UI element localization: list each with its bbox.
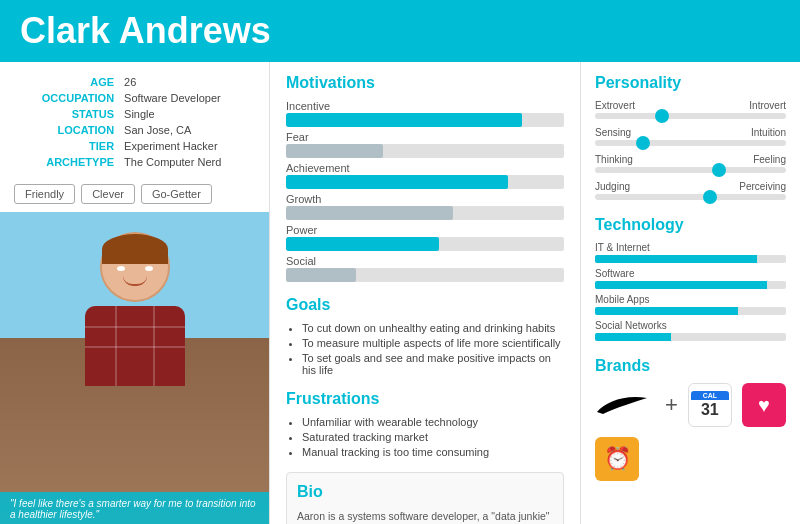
bar-track (286, 175, 564, 189)
occupation-label: OCCUPATION (14, 90, 122, 106)
tech-label: Social Networks (595, 320, 786, 331)
bar-fill (286, 237, 439, 251)
tag-gogetter: Go-Getter (141, 184, 212, 204)
motivation-bar-row: Achievement (286, 162, 564, 189)
tech-label: Mobile Apps (595, 294, 786, 305)
personality-trait-row: Thinking Feeling (595, 154, 786, 173)
archetype-label: ARCHETYPE (14, 154, 122, 170)
brand-icons: + CAL 31 ♥ ⏰ (595, 383, 786, 481)
brand-plus-icon: + (665, 392, 678, 418)
header: Clark Andrews (0, 0, 800, 62)
page-title: Clark Andrews (20, 10, 780, 52)
bar-fill (286, 113, 522, 127)
trait-right: Intuition (751, 127, 786, 138)
motivation-bar-row: Incentive (286, 100, 564, 127)
occupation-value: Software Developer (122, 90, 255, 106)
tag-friendly: Friendly (14, 184, 75, 204)
age-value: 26 (122, 74, 255, 90)
tier-value: Experiment Hacker (122, 138, 255, 154)
bar-fill (286, 175, 508, 189)
personality-trait-row: Extrovert Introvert (595, 100, 786, 119)
trait-left: Sensing (595, 127, 631, 138)
motivation-bar-row: Fear (286, 131, 564, 158)
motivations-bars: Incentive Fear Achievement Growth Power (286, 100, 564, 282)
technology-bar-row: Software (595, 268, 786, 289)
motivations-section: Motivations Incentive Fear Achievement G… (286, 74, 564, 282)
location-value: San Jose, CA (122, 122, 255, 138)
profile-info: AGE 26 OCCUPATION Software Developer STA… (0, 62, 269, 178)
right-panel: Personality Extrovert Introvert Sensing … (580, 62, 800, 524)
technology-bar-row: Social Networks (595, 320, 786, 341)
motivations-title: Motivations (286, 74, 564, 92)
bar-label: Fear (286, 131, 564, 143)
archetype-value: The Computer Nerd (122, 154, 255, 170)
brand-nike-icon (595, 390, 655, 420)
tier-row: TIER Experiment Hacker (14, 138, 255, 154)
slider-indicator (655, 109, 669, 123)
bar-track (286, 268, 564, 282)
avatar: "I feel like there's a smarter way for m… (0, 212, 269, 524)
brands-section: Brands + CAL 31 ♥ (595, 357, 786, 481)
bar-track (286, 113, 564, 127)
motivation-bar-row: Growth (286, 193, 564, 220)
frustration-item: Saturated tracking market (302, 431, 564, 443)
bio-text: Aaron is a systems software developer, a… (297, 509, 553, 524)
tech-bar-fill (595, 255, 757, 263)
technology-bar-row: Mobile Apps (595, 294, 786, 315)
age-row: AGE 26 (14, 74, 255, 90)
motivation-bar-row: Power (286, 224, 564, 251)
occupation-row: OCCUPATION Software Developer (14, 90, 255, 106)
bar-label: Power (286, 224, 564, 236)
slider-track (595, 140, 786, 146)
bar-label: Social (286, 255, 564, 267)
status-label: STATUS (14, 106, 122, 122)
bio-section: Bio Aaron is a systems software develope… (286, 472, 564, 524)
avatar-quote: "I feel like there's a smarter way for m… (0, 492, 269, 524)
technology-bar-row: IT & Internet (595, 242, 786, 263)
tech-label: Software (595, 268, 786, 279)
slider-indicator (712, 163, 726, 177)
bar-label: Growth (286, 193, 564, 205)
bar-track (286, 144, 564, 158)
slider-labels: Judging Perceiving (595, 181, 786, 192)
left-panel: AGE 26 OCCUPATION Software Developer STA… (0, 62, 270, 524)
technology-section: Technology IT & Internet Software Mobile… (595, 216, 786, 341)
slider-track (595, 194, 786, 200)
status-row: STATUS Single (14, 106, 255, 122)
slider-track (595, 167, 786, 173)
frustrations-section: Frustrations Unfamiliar with wearable te… (286, 390, 564, 458)
tech-bar-track (595, 333, 786, 341)
goal-item: To set goals and see and make positive i… (302, 352, 564, 376)
brand-health-icon: ♥ (742, 383, 786, 427)
bar-label: Incentive (286, 100, 564, 112)
motivation-bar-row: Social (286, 255, 564, 282)
personality-trait-row: Sensing Intuition (595, 127, 786, 146)
slider-indicator (703, 190, 717, 204)
tier-label: TIER (14, 138, 122, 154)
tech-bar-track (595, 307, 786, 315)
brands-title: Brands (595, 357, 786, 375)
frustration-item: Manual tracking is too time consuming (302, 446, 564, 458)
tags-container: Friendly Clever Go-Getter (0, 178, 269, 212)
frustration-item: Unfamiliar with wearable technology (302, 416, 564, 428)
tech-bar-track (595, 281, 786, 289)
personality-trait-row: Judging Perceiving (595, 181, 786, 200)
trait-left: Thinking (595, 154, 633, 165)
bar-track (286, 206, 564, 220)
goals-section: Goals To cut down on unhealthy eating an… (286, 296, 564, 376)
goals-title: Goals (286, 296, 564, 314)
archetype-row: ARCHETYPE The Computer Nerd (14, 154, 255, 170)
slider-labels: Thinking Feeling (595, 154, 786, 165)
bar-fill (286, 206, 453, 220)
tag-clever: Clever (81, 184, 135, 204)
tech-bar-fill (595, 307, 738, 315)
slider-labels: Extrovert Introvert (595, 100, 786, 111)
slider-track (595, 113, 786, 119)
trait-right: Perceiving (739, 181, 786, 192)
technology-bars: IT & Internet Software Mobile Apps Socia… (595, 242, 786, 341)
personality-title: Personality (595, 74, 786, 92)
frustrations-list: Unfamiliar with wearable technologySatur… (286, 416, 564, 458)
status-value: Single (122, 106, 255, 122)
location-label: LOCATION (14, 122, 122, 138)
trait-right: Introvert (749, 100, 786, 111)
